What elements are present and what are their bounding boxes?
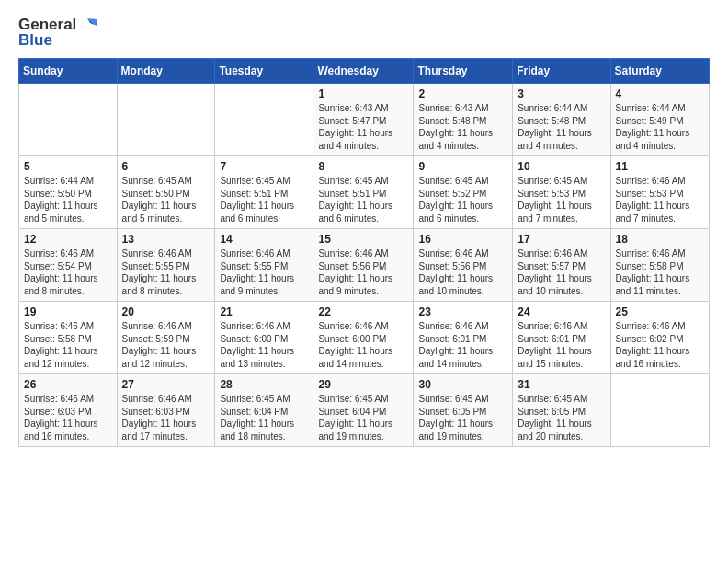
day-number: 31: [518, 378, 605, 391]
col-thursday: Thursday: [414, 59, 513, 84]
calendar-cell: 24Sunrise: 6:46 AMSunset: 6:01 PMDayligh…: [513, 302, 610, 374]
day-info-line: Daylight: 11 hours and 18 minutes.: [220, 419, 294, 442]
col-monday: Monday: [117, 59, 215, 84]
calendar-cell: 26Sunrise: 6:46 AMSunset: 6:03 PMDayligh…: [19, 374, 118, 447]
day-info-line: Daylight: 11 hours and 4 minutes.: [518, 128, 592, 151]
calendar-cell: 14Sunrise: 6:46 AMSunset: 5:55 PMDayligh…: [215, 229, 313, 302]
day-number: 4: [616, 87, 704, 100]
day-number: 16: [418, 233, 507, 246]
calendar-cell: 23Sunrise: 6:46 AMSunset: 6:01 PMDayligh…: [414, 302, 513, 374]
day-info-line: Sunset: 5:55 PM: [122, 261, 190, 271]
day-info-line: Daylight: 11 hours and 7 minutes.: [616, 201, 690, 224]
col-friday: Friday: [513, 59, 610, 84]
day-number: 20: [122, 305, 210, 318]
calendar-cell: [215, 84, 313, 156]
calendar: Sunday Monday Tuesday Wednesday Thursday…: [18, 58, 710, 447]
day-info-line: Sunset: 5:58 PM: [616, 261, 684, 271]
day-info: Sunrise: 6:45 AMSunset: 6:05 PMDaylight:…: [418, 393, 507, 442]
calendar-cell: 4Sunrise: 6:44 AMSunset: 5:49 PMDaylight…: [610, 84, 709, 156]
day-info-line: Daylight: 11 hours and 13 minutes.: [220, 346, 294, 369]
day-info-line: Sunrise: 6:46 AM: [220, 321, 290, 331]
day-number: 9: [418, 160, 507, 173]
calendar-cell: [117, 84, 215, 156]
logo-bird-icon: [78, 17, 97, 33]
calendar-cell: 15Sunrise: 6:46 AMSunset: 5:56 PMDayligh…: [313, 229, 414, 302]
day-info-line: Sunrise: 6:43 AM: [318, 103, 388, 113]
day-info-line: Sunset: 6:05 PM: [418, 407, 486, 417]
day-info: Sunrise: 6:46 AMSunset: 6:01 PMDaylight:…: [518, 320, 605, 370]
calendar-cell: 3Sunrise: 6:44 AMSunset: 5:48 PMDaylight…: [513, 84, 610, 156]
day-info-line: Sunset: 6:01 PM: [418, 334, 486, 344]
calendar-cell: 10Sunrise: 6:45 AMSunset: 5:53 PMDayligh…: [513, 156, 610, 229]
day-number: 23: [418, 305, 507, 318]
day-info-line: Sunset: 6:02 PM: [616, 334, 684, 344]
day-info: Sunrise: 6:46 AMSunset: 6:00 PMDaylight:…: [318, 320, 408, 370]
day-info-line: Sunset: 5:55 PM: [220, 261, 288, 271]
calendar-cell: [610, 374, 709, 447]
day-info: Sunrise: 6:45 AMSunset: 5:50 PMDaylight:…: [122, 175, 210, 224]
day-info: Sunrise: 6:46 AMSunset: 5:55 PMDaylight:…: [220, 247, 308, 297]
calendar-week-row: 5Sunrise: 6:44 AMSunset: 5:50 PMDaylight…: [19, 156, 710, 229]
day-info: Sunrise: 6:46 AMSunset: 5:56 PMDaylight:…: [318, 247, 408, 297]
calendar-week-row: 1Sunrise: 6:43 AMSunset: 5:47 PMDaylight…: [19, 84, 710, 156]
day-info-line: Sunrise: 6:44 AM: [24, 176, 94, 186]
day-info: Sunrise: 6:46 AMSunset: 6:03 PMDaylight:…: [24, 393, 112, 442]
day-number: 12: [24, 233, 112, 246]
col-tuesday: Tuesday: [215, 59, 313, 84]
calendar-cell: 8Sunrise: 6:45 AMSunset: 5:51 PMDaylight…: [313, 156, 414, 229]
col-wednesday: Wednesday: [313, 59, 414, 84]
calendar-cell: 11Sunrise: 6:46 AMSunset: 5:53 PMDayligh…: [610, 156, 709, 229]
day-info-line: Sunrise: 6:46 AM: [318, 248, 388, 259]
day-number: 27: [122, 378, 210, 391]
calendar-header-row: Sunday Monday Tuesday Wednesday Thursday…: [19, 59, 710, 84]
day-info-line: Sunset: 5:48 PM: [418, 116, 486, 126]
calendar-cell: 30Sunrise: 6:45 AMSunset: 6:05 PMDayligh…: [414, 374, 513, 447]
day-info-line: Sunrise: 6:46 AM: [122, 394, 192, 404]
day-info-line: Sunrise: 6:46 AM: [24, 248, 94, 259]
calendar-cell: 28Sunrise: 6:45 AMSunset: 6:04 PMDayligh…: [215, 374, 313, 447]
day-info-line: Sunrise: 6:46 AM: [616, 176, 686, 186]
day-info-line: Sunset: 5:50 PM: [122, 189, 190, 199]
day-info: Sunrise: 6:45 AMSunset: 5:53 PMDaylight:…: [518, 175, 605, 224]
day-info-line: Sunrise: 6:45 AM: [418, 394, 488, 404]
day-info-line: Sunset: 6:03 PM: [122, 407, 190, 417]
day-info-line: Sunrise: 6:46 AM: [518, 321, 587, 331]
day-info-line: Sunset: 5:49 PM: [616, 116, 684, 126]
day-info: Sunrise: 6:45 AMSunset: 5:51 PMDaylight:…: [220, 175, 308, 224]
day-info: Sunrise: 6:46 AMSunset: 5:58 PMDaylight:…: [616, 247, 704, 297]
day-info: Sunrise: 6:45 AMSunset: 6:05 PMDaylight:…: [518, 393, 605, 442]
day-info: Sunrise: 6:46 AMSunset: 5:56 PMDaylight:…: [418, 247, 507, 297]
col-sunday: Sunday: [19, 59, 118, 84]
day-info-line: Daylight: 11 hours and 12 minutes.: [24, 346, 98, 369]
calendar-cell: 5Sunrise: 6:44 AMSunset: 5:50 PMDaylight…: [19, 156, 118, 229]
day-info-line: Sunset: 5:56 PM: [418, 261, 486, 271]
day-info-line: Sunset: 5:53 PM: [518, 189, 586, 199]
day-info-line: Daylight: 11 hours and 11 minutes.: [616, 273, 690, 296]
day-number: 26: [24, 378, 112, 391]
day-info-line: Daylight: 11 hours and 12 minutes.: [122, 346, 197, 369]
day-number: 21: [220, 305, 308, 318]
day-number: 3: [518, 87, 605, 100]
day-info-line: Sunrise: 6:46 AM: [518, 248, 587, 259]
calendar-cell: 2Sunrise: 6:43 AMSunset: 5:48 PMDaylight…: [414, 84, 513, 156]
day-info-line: Daylight: 11 hours and 20 minutes.: [518, 419, 592, 442]
day-info-line: Sunset: 6:04 PM: [220, 407, 288, 417]
day-info-line: Daylight: 11 hours and 14 minutes.: [318, 346, 392, 369]
day-number: 8: [318, 160, 408, 173]
col-saturday: Saturday: [610, 59, 709, 84]
calendar-cell: 27Sunrise: 6:46 AMSunset: 6:03 PMDayligh…: [117, 374, 215, 447]
page: General Blue Sunday Monday Tuesday Wedne…: [0, 0, 728, 563]
day-info-line: Daylight: 11 hours and 19 minutes.: [318, 419, 392, 442]
day-number: 6: [122, 160, 210, 173]
day-number: 2: [418, 87, 507, 100]
day-info-line: Sunset: 5:47 PM: [318, 116, 386, 126]
day-info: Sunrise: 6:44 AMSunset: 5:50 PMDaylight:…: [24, 175, 112, 224]
header: General Blue: [18, 17, 710, 49]
calendar-week-row: 12Sunrise: 6:46 AMSunset: 5:54 PMDayligh…: [19, 229, 710, 302]
day-info-line: Sunset: 5:58 PM: [24, 334, 92, 344]
day-info-line: Sunrise: 6:45 AM: [418, 176, 488, 186]
day-info-line: Daylight: 11 hours and 10 minutes.: [418, 273, 493, 296]
day-info: Sunrise: 6:46 AMSunset: 6:03 PMDaylight:…: [122, 393, 210, 442]
calendar-cell: 19Sunrise: 6:46 AMSunset: 5:58 PMDayligh…: [19, 302, 118, 374]
day-info-line: Sunset: 5:48 PM: [518, 116, 586, 126]
